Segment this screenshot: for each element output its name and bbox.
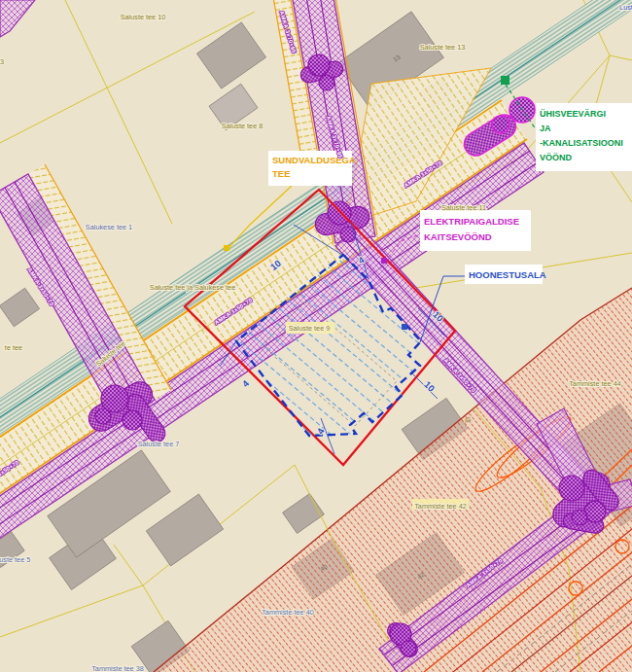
- callout-uhisveevark-line1: ÜHISVEEVÄRGI: [540, 109, 606, 119]
- callout-hoonestusala-label: HOONESTUSALA: [469, 269, 546, 280]
- callout-elektripaigaldise: ELEKTRIPAIGALDISE KAITSEVÖÖND: [420, 210, 531, 251]
- parcel-label-corner: Lust: [619, 3, 632, 12]
- map-canvas: SUNDVALDUSEGA TEE ÜHISVEEVÄRGI JA -KANAL…: [0, 0, 632, 672]
- parcel-label-tammiste-42: Tammiste tee 42: [414, 502, 467, 511]
- blue-point-marker: [402, 324, 407, 330]
- callout-elekter-line2: KAITSEVÖÖND: [424, 231, 492, 242]
- parcel-label-saluste-8: Saluste tee 8: [222, 122, 263, 130]
- parcel-label-tammiste-38: Tammiste tee 38: [91, 664, 144, 672]
- callout-hoonestusala: HOONESTUSALA: [465, 265, 546, 284]
- parcel-label-saluste-11: Saluste tee 11: [441, 203, 486, 212]
- parcel-label-tammiste-44: Tammiste tee 44: [569, 379, 621, 388]
- parcel-label-tammiste-40: Tammiste tee 40: [262, 608, 314, 617]
- callout-uhisveevark-line4: VÖÖND: [540, 153, 573, 162]
- parcel-label-salukese-1: Salukese tee 1: [86, 223, 132, 231]
- cable-point-marker: [381, 258, 387, 264]
- parcel-label-saluste-10: Saluste tee 10: [121, 13, 166, 21]
- callout-uhisveevark: ÜHISVEEVÄRGI JA -KANALISATSIOONI VÖÖND: [536, 103, 632, 171]
- road-name-partial: te tee: [5, 343, 22, 352]
- callout-uhisveevark-line2: JA: [540, 124, 551, 133]
- callout-uhisveevark-line3: -KANALISATSIOONI: [540, 138, 623, 148]
- detail-plan-map: SUNDVALDUSEGA TEE ÜHISVEEVÄRGI JA -KANAL…: [0, 0, 632, 672]
- parcel-label-junction: Saluste tee ja Salukese tee: [150, 283, 235, 292]
- callout-elekter-line1: ELEKTRIPAIGALDISE: [424, 216, 519, 227]
- parcel-label-left-partial: 3: [0, 57, 4, 66]
- parcel-label-saluste-13: Saluste tee 13: [420, 43, 466, 52]
- parcel-label-saluste-5: Saluste tee 5: [0, 555, 30, 564]
- callout-sundvaldusega-line2: TEE: [272, 168, 290, 179]
- water-point-marker: [501, 76, 509, 85]
- parcel-label-saluste-9: Saluste tee 9: [289, 324, 331, 333]
- parcel-label-saluste-7: Saluste tee 7: [138, 440, 180, 448]
